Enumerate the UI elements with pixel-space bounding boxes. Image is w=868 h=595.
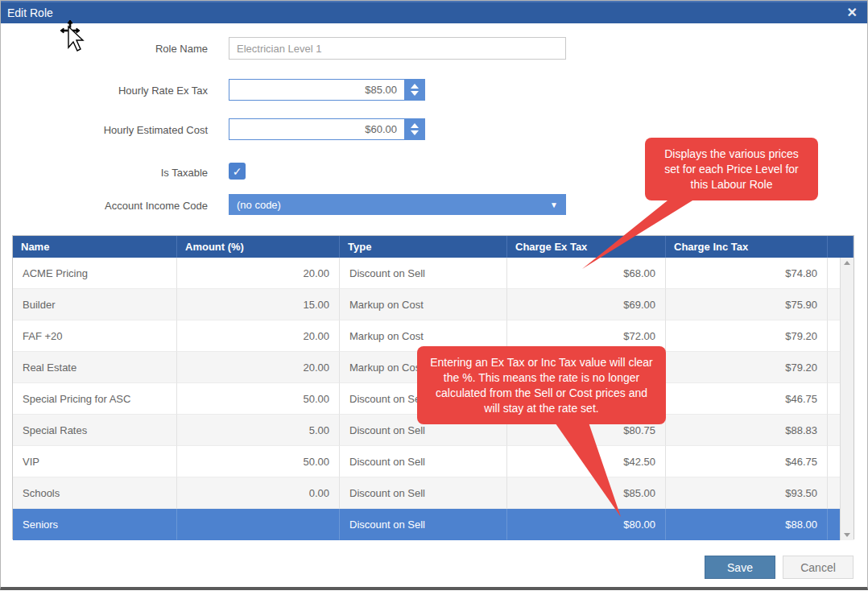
table-row[interactable]: SeniorsDiscount on Sell$80.00$88.00 xyxy=(13,509,854,540)
table-cell[interactable]: Real Estate xyxy=(13,352,177,383)
col-header-spacer xyxy=(828,236,854,258)
callout-price-levels: Displays the various prices set for each… xyxy=(645,138,818,200)
table-header-row: Name Amount (%) Type Charge Ex Tax Charg… xyxy=(13,236,854,258)
scroll-down-icon[interactable] xyxy=(844,533,850,537)
table-cell[interactable]: Special Pricing for ASC xyxy=(13,383,177,415)
table-cell[interactable]: Special Rates xyxy=(13,415,177,446)
table-cell[interactable]: 20.00 xyxy=(177,352,340,383)
table-cell[interactable]: $85.00 xyxy=(507,477,666,509)
table-cell[interactable]: 20.00 xyxy=(177,320,340,352)
table-cell[interactable]: Discount on Sell xyxy=(340,258,507,289)
col-header-charge-ex-tax[interactable]: Charge Ex Tax xyxy=(507,236,666,258)
hourly-rate-ex-tax-value: $85.00 xyxy=(229,80,404,100)
table-cell[interactable]: $69.00 xyxy=(507,289,666,320)
col-header-charge-inc-tax[interactable]: Charge Inc Tax xyxy=(666,236,828,258)
vertical-scrollbar[interactable] xyxy=(840,258,854,540)
spinner-down-icon[interactable] xyxy=(411,91,419,96)
hourly-rate-ex-tax-label: Hourly Rate Ex Tax xyxy=(31,85,208,97)
dialog-title: Edit Role xyxy=(7,6,53,19)
table-cell[interactable]: ACME Pricing xyxy=(13,258,177,289)
account-income-code-dropdown[interactable]: (no code) ▼ xyxy=(229,194,566,215)
edit-role-dialog: Edit Role ✕ Role Name Electrician Level … xyxy=(0,0,868,590)
table-cell[interactable]: $93.50 xyxy=(666,477,828,509)
table-cell[interactable]: Discount on Sell xyxy=(340,446,507,477)
chevron-down-icon: ▼ xyxy=(550,200,558,209)
scroll-up-icon[interactable] xyxy=(844,261,850,265)
table-row[interactable]: VIP50.00Discount on Sell$42.50$46.75 xyxy=(13,446,854,477)
table-cell[interactable]: Seniors xyxy=(13,509,177,540)
col-header-amount[interactable]: Amount (%) xyxy=(177,236,340,258)
table-cell[interactable]: $42.50 xyxy=(507,446,666,477)
table-cell[interactable]: 50.00 xyxy=(177,383,340,415)
table-cell[interactable]: 20.00 xyxy=(177,258,340,289)
col-header-name[interactable]: Name xyxy=(13,236,177,258)
table-cell[interactable]: 50.00 xyxy=(177,446,340,477)
table-cell[interactable]: Discount on Sell xyxy=(340,509,507,540)
hourly-estimated-cost-value: $60.00 xyxy=(229,119,404,139)
spinner-down-icon[interactable] xyxy=(411,130,419,135)
table-cell[interactable]: VIP xyxy=(13,446,177,477)
hourly-estimated-cost-label: Hourly Estimated Cost xyxy=(31,124,208,136)
table-cell[interactable]: 0.00 xyxy=(177,477,340,509)
table-row[interactable]: Builder15.00Markup on Cost$69.00$75.90 xyxy=(13,289,854,320)
callout-text: Entering an Ex Tax or Inc Tax value will… xyxy=(428,355,655,416)
role-name-label: Role Name xyxy=(31,43,208,55)
table-cell[interactable]: $88.00 xyxy=(666,509,828,540)
table-cell[interactable] xyxy=(177,509,340,540)
table-cell[interactable]: 5.00 xyxy=(177,415,340,446)
table-cell[interactable]: Schools xyxy=(13,477,177,509)
table-cell[interactable]: $68.00 xyxy=(507,258,666,289)
spinner-up-icon[interactable] xyxy=(411,84,419,89)
account-income-code-label: Account Income Code xyxy=(31,200,208,212)
table-cell[interactable]: $46.75 xyxy=(666,383,828,415)
table-cell[interactable]: $79.20 xyxy=(666,320,828,352)
table-cell[interactable]: Discount on Sell xyxy=(340,477,507,509)
col-header-type[interactable]: Type xyxy=(340,236,507,258)
spinner-up-icon[interactable] xyxy=(411,123,419,128)
role-name-value: Electrician Level 1 xyxy=(237,43,322,55)
table-row[interactable]: ACME Pricing20.00Discount on Sell$68.00$… xyxy=(13,258,854,289)
hourly-cost-spinner[interactable] xyxy=(404,119,424,139)
table-cell[interactable]: $74.80 xyxy=(666,258,828,289)
table-cell[interactable]: $88.83 xyxy=(666,415,828,446)
role-name-input[interactable]: Electrician Level 1 xyxy=(229,37,566,60)
table-row[interactable]: Schools0.00Discount on Sell$85.00$93.50 xyxy=(13,477,854,509)
close-icon[interactable]: ✕ xyxy=(847,6,858,19)
hourly-estimated-cost-input[interactable]: $60.00 xyxy=(229,118,425,140)
cancel-button[interactable]: Cancel xyxy=(783,556,854,579)
table-cell[interactable]: $75.90 xyxy=(666,289,828,320)
is-taxable-checkbox[interactable]: ✓ xyxy=(229,163,246,180)
save-button[interactable]: Save xyxy=(705,556,775,579)
table-cell[interactable]: $80.00 xyxy=(507,509,666,540)
table-cell[interactable]: Markup on Cost xyxy=(340,289,507,320)
checkmark-icon: ✓ xyxy=(233,165,242,178)
account-income-code-value: (no code) xyxy=(237,199,281,211)
hourly-rate-spinner[interactable] xyxy=(404,80,424,100)
dialog-titlebar[interactable]: Edit Role ✕ xyxy=(1,1,867,23)
table-cell[interactable]: $46.75 xyxy=(666,446,828,477)
hourly-rate-ex-tax-input[interactable]: $85.00 xyxy=(229,79,425,101)
callout-rate-override: Entering an Ex Tax or Inc Tax value will… xyxy=(417,346,666,424)
table-cell[interactable]: FAF +20 xyxy=(13,320,177,352)
table-cell[interactable]: $79.20 xyxy=(666,352,828,383)
callout-text: Displays the various prices set for each… xyxy=(656,147,807,192)
table-cell[interactable]: Builder xyxy=(13,289,177,320)
is-taxable-label: Is Taxable xyxy=(31,167,208,179)
table-cell[interactable]: 15.00 xyxy=(177,289,340,320)
